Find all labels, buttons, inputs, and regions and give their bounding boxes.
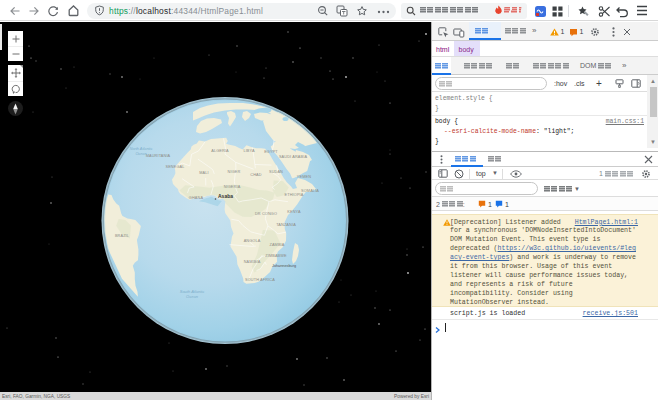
svg-text:LIBYA: LIBYA [243,149,255,153]
svg-text:EGYPT: EGYPT [264,150,278,154]
svg-text:MAURITANIA: MAURITANIA [146,154,171,158]
svg-text:NIGERIA: NIGERIA [224,185,241,189]
svg-text:ZAMBIA: ZAMBIA [269,243,284,247]
svg-text:SENEGAL: SENEGAL [166,165,185,169]
svg-text:DR CONGO: DR CONGO [255,212,277,216]
svg-text:ETHIOPIA: ETHIOPIA [285,193,304,197]
svg-text:KENYA: KENYA [287,210,301,214]
svg-text:BRAZIL: BRAZIL [115,234,129,238]
svg-text:Asaba: Asaba [218,193,233,199]
svg-text:SOUTH AFRICA: SOUTH AFRICA [245,278,275,282]
svg-text:SOMALIA: SOMALIA [301,189,319,193]
svg-text:SUDAN: SUDAN [269,170,283,174]
svg-text:North Atlantic: North Atlantic [130,147,153,151]
svg-text:ZIMBABWE: ZIMBABWE [265,254,287,258]
svg-text:ANGOLA: ANGOLA [244,239,261,243]
svg-text:Ocean: Ocean [186,294,199,299]
svg-text:Ocean: Ocean [135,152,146,156]
svg-text:SAUDI ARABIA: SAUDI ARABIA [279,155,307,159]
svg-text:TANZANIA: TANZANIA [276,223,296,227]
svg-text:CHAD: CHAD [250,173,261,177]
svg-text:NAMIBIA: NAMIBIA [244,260,261,264]
svg-text:MALI: MALI [199,171,208,175]
svg-text:Johannesburg: Johannesburg [272,264,296,268]
svg-text:ALGERIA: ALGERIA [211,149,229,153]
svg-text:NIGER: NIGER [228,170,241,174]
svg-text:GHANA: GHANA [189,196,204,200]
svg-text:YEMEN: YEMEN [297,175,311,179]
